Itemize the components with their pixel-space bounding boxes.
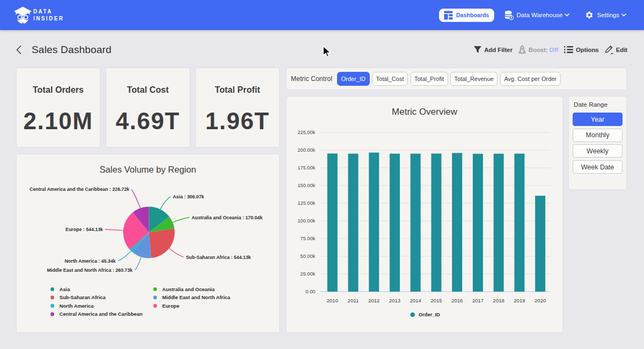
bar-2018[interactable] <box>494 154 504 292</box>
filter-icon <box>474 46 481 54</box>
pie-slice-label: Europe : 544.13k <box>65 227 103 232</box>
kpi-card-total-cost: Total Cost 4.69T <box>106 68 189 147</box>
x-tick-label: 2013 <box>389 298 400 303</box>
legend-dot-6 <box>50 313 54 316</box>
bar-2013[interactable] <box>390 154 400 292</box>
legend-label-5: Europe <box>162 303 179 309</box>
nav-dashboards-label: Dashboards <box>456 12 489 18</box>
pie-chart-card: Sales Volume by Region Asia : 306.07kAus… <box>17 154 279 332</box>
metric-button-total-profit[interactable]: Total_Profit <box>411 72 448 86</box>
legend-dot-2 <box>50 296 54 300</box>
kpi-label: Total Profit <box>196 85 279 95</box>
navbar-menu: Dashboards Data Warehouse Settings <box>439 9 626 22</box>
metric-button-total-revenue[interactable]: Total_Revenue <box>450 72 497 86</box>
pie-leader-line <box>118 250 131 261</box>
bar-2019[interactable] <box>514 154 524 292</box>
x-tick-label: 2012 <box>368 298 379 303</box>
kpi-value: 2.10M <box>17 108 100 135</box>
y-tick-label: 150.00k <box>297 183 315 188</box>
boost-toggle[interactable]: Boost: Off <box>518 45 558 55</box>
kpi-value: 4.69T <box>106 108 189 135</box>
legend-label-order-id: Order_ID <box>419 312 440 317</box>
x-tick-label: 2011 <box>348 298 358 303</box>
y-tick-label: 25.00k <box>301 271 316 277</box>
x-tick-label: 2016 <box>451 298 463 303</box>
pie-slice-label: Middle East and North Africa : 260.73k <box>47 268 133 273</box>
date-range-panel: Date Range YearMonthlyWeeklyWeek Date <box>569 96 626 189</box>
edit-label: Edit <box>616 47 627 53</box>
date-range-button-weekly[interactable]: Weekly <box>573 144 623 158</box>
legend-label-6: Central America and the Caribbean <box>60 311 143 317</box>
legend-dot-order-id <box>411 313 415 317</box>
rocket-icon <box>518 45 526 55</box>
y-tick-label: 75.00k <box>301 236 316 241</box>
y-tick-label: 175.00k <box>297 165 315 170</box>
pie-leader-line <box>105 229 124 231</box>
boost-value: Off <box>550 47 558 53</box>
pie-slice-label: Asia : 306.07k <box>173 194 204 199</box>
metric-button-total-cost[interactable]: Total_Cost <box>372 72 408 86</box>
nav-settings[interactable]: Settings <box>585 11 626 19</box>
date-range-button-week-date[interactable]: Week Date <box>573 160 623 174</box>
y-tick-label: 200.00k <box>297 147 315 153</box>
x-tick-label: 2019 <box>514 298 525 303</box>
bar-2016[interactable] <box>452 153 462 292</box>
bar-2017[interactable] <box>473 154 483 292</box>
options-button[interactable]: Options <box>564 46 599 54</box>
pie-chart: Sales Volume by Region Asia : 306.07kAus… <box>17 154 279 332</box>
pie-slice-label: Australia and Oceania : 170.04k <box>192 215 262 220</box>
x-tick-label: 2015 <box>430 298 442 303</box>
legend-label-0: Asia <box>60 287 70 292</box>
pie-slice-2[interactable] <box>149 229 175 258</box>
y-tick-label: 50.00k <box>301 254 316 259</box>
bar-2012[interactable] <box>369 153 379 292</box>
nav-dashboards-button[interactable]: Dashboards <box>439 9 494 22</box>
legend-label-4: North America <box>60 303 94 309</box>
bar-2020[interactable] <box>535 196 545 292</box>
add-filter-label: Add Filter <box>484 47 513 53</box>
page-title: Sales Dashboard <box>32 44 112 56</box>
kpi-label: Total Cost <box>106 85 189 95</box>
edit-button[interactable]: Edit <box>605 45 627 54</box>
x-tick-label: 2020 <box>535 298 546 303</box>
brand-line1: DATA <box>33 8 64 15</box>
x-tick-label: 2010 <box>327 298 338 303</box>
chevron-down-icon <box>621 13 626 17</box>
legend-label-2: Sub-Saharan Africa <box>60 295 106 300</box>
bar-2011[interactable] <box>348 154 358 292</box>
owl-logo-icon <box>14 5 32 25</box>
brand-logo[interactable]: DATA INSIDER <box>14 5 64 25</box>
bar-2015[interactable] <box>431 153 442 292</box>
metric-button-avg-cost-per-order[interactable]: Avg. Cost per Order <box>500 72 561 86</box>
y-tick-label: 225.00k <box>297 130 315 135</box>
database-icon <box>504 10 514 20</box>
add-filter-button[interactable]: Add Filter <box>474 46 513 54</box>
pencil-icon <box>605 45 613 54</box>
pie-leader-line <box>172 218 189 223</box>
boost-label: Boost: <box>529 47 548 53</box>
date-range-button-year[interactable]: Year <box>573 113 623 126</box>
legend-dot-0 <box>50 287 54 291</box>
back-button[interactable] <box>14 46 23 54</box>
metric-control-bar: Metric Control Order_IDTotal_CostTotal_P… <box>287 68 626 90</box>
x-tick-label: 2014 <box>410 298 421 303</box>
bar-2010[interactable] <box>327 153 338 292</box>
bar-2014[interactable] <box>411 154 421 292</box>
options-label: Options <box>576 47 599 53</box>
x-tick-label: 2017 <box>472 298 484 303</box>
pie-slice-label: Central America and the Caribbean : 226.… <box>30 187 129 192</box>
date-range-buttons: YearMonthlyWeeklyWeek Date <box>573 113 623 174</box>
legend-dot-1 <box>153 287 157 291</box>
metric-control-buttons: Order_IDTotal_CostTotal_ProfitTotal_Reve… <box>335 72 561 86</box>
top-navbar: DATA INSIDER Dashboards Data <box>0 0 644 30</box>
kpi-value: 1.96T <box>196 108 279 135</box>
gear-icon <box>585 11 594 19</box>
date-range-button-monthly[interactable]: Monthly <box>573 129 623 142</box>
pie-leader-line <box>135 256 141 270</box>
pie-leader-line <box>169 248 184 257</box>
kpi-label: Total Orders <box>17 85 100 95</box>
y-tick-label: 125.00k <box>297 201 315 206</box>
nav-data-warehouse[interactable]: Data Warehouse <box>504 10 570 20</box>
metric-button-order-id[interactable]: Order_ID <box>337 72 369 86</box>
legend-label-3: Middle East and North Africa <box>162 295 231 300</box>
